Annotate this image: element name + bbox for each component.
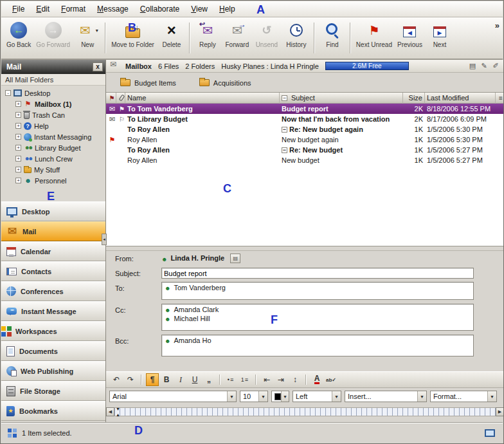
tree-expander-icon[interactable]: + (15, 178, 21, 183)
forward-button[interactable]: Forward (222, 21, 252, 48)
history-button[interactable]: History (282, 21, 311, 48)
outdent-button[interactable] (260, 373, 273, 386)
sidebar-item-mail[interactable]: Mail (1, 221, 105, 241)
tree-expander-icon[interactable]: - (5, 90, 11, 96)
tree-expander-icon[interactable]: + (15, 101, 21, 107)
brush-icon[interactable]: ✐ (491, 62, 500, 71)
indent-button[interactable] (274, 373, 287, 386)
tree-item-desktop[interactable]: -Desktop (1, 88, 105, 98)
panel-icon[interactable]: ▤ (468, 62, 477, 71)
italic-button[interactable] (174, 373, 187, 386)
tree-expander-icon[interactable]: + (15, 134, 21, 140)
scroll-right-icon[interactable] (496, 407, 504, 416)
splitter-collapse-icon[interactable] (102, 234, 107, 245)
previous-button[interactable]: Previous (395, 21, 425, 48)
tree-item-mailbox-1[interactable]: +Mailbox (1) (1, 98, 105, 109)
next-unread-button[interactable]: Next Unread (354, 21, 395, 48)
bullet-list-button[interactable] (224, 373, 237, 386)
menu-format[interactable]: Format (55, 3, 91, 15)
tree-item-instant-messaging[interactable]: +Instant Messaging (1, 131, 105, 142)
tree-expander-icon[interactable]: + (15, 167, 21, 172)
text-color-select[interactable] (271, 391, 289, 402)
line-spacing-button[interactable] (289, 373, 302, 386)
sidebar-item-contacts[interactable]: Contacts (1, 261, 105, 281)
menu-view[interactable]: View (185, 3, 213, 15)
text-color-button[interactable] (310, 373, 323, 386)
pencil-icon[interactable]: ✎ (480, 62, 489, 71)
font-family-select[interactable]: Arial (109, 391, 237, 402)
spell-check-button[interactable] (325, 373, 338, 386)
name-column-header[interactable]: Name (125, 93, 280, 104)
flag-column-header[interactable]: ⚑ (106, 93, 116, 104)
redo-button[interactable] (124, 373, 137, 386)
message-row[interactable]: To Roy Allen−Re: New budget again1K1/5/2… (106, 124, 504, 134)
sidebar-item-web-publishing[interactable]: Web Publishing (1, 361, 105, 381)
tree-item-help[interactable]: +Help (1, 120, 105, 131)
insert-select[interactable]: Insert... (345, 391, 427, 402)
tree-item-personnel[interactable]: +Personnel (1, 175, 105, 186)
folder-chip-budget-items[interactable]: Budget Items (120, 79, 176, 87)
sidebar-item-instant-message[interactable]: Instant Message (1, 301, 105, 321)
paragraph-button[interactable] (146, 373, 159, 386)
message-row[interactable]: To Library BudgetNow that I'm back from … (106, 114, 504, 124)
list-menu-icon[interactable]: ≡ (496, 93, 504, 104)
undo-button[interactable] (110, 373, 123, 386)
subject-column-header[interactable]: −Subject (280, 93, 403, 104)
scroll-left-icon[interactable] (106, 407, 114, 416)
tree-expander-icon[interactable]: + (15, 156, 21, 162)
message-row[interactable]: Roy AllenNew budget again1K1/5/2006 5:30… (106, 134, 504, 145)
collapse-all-threads-icon[interactable]: − (282, 95, 287, 101)
delete-button[interactable]: Delete (157, 21, 186, 48)
new-button[interactable]: ▾New (73, 21, 102, 48)
to-field[interactable]: Tom Vanderberg (161, 282, 474, 300)
underline-button[interactable] (188, 373, 201, 386)
folder-chip-acquisitions[interactable]: Acquisitions (199, 79, 251, 87)
sidebar-item-conferences[interactable]: Conferences (1, 281, 105, 301)
quote-button[interactable] (203, 373, 215, 386)
font-size-select[interactable]: 10 (240, 391, 268, 402)
reply-button[interactable]: Reply (193, 21, 222, 48)
tree-item-lunch-crew[interactable]: +Lunch Crew (1, 153, 105, 164)
cc-field[interactable]: Amanda ClarkMichael Hill (161, 304, 474, 331)
tree-item-library-budget[interactable]: +Library Budget (1, 142, 105, 153)
from-options-button[interactable]: ▤ (230, 254, 240, 263)
sidebar-item-workspaces[interactable]: Workspaces (1, 321, 105, 341)
menu-edit[interactable]: Edit (30, 3, 55, 15)
find-button[interactable]: Find (318, 21, 347, 48)
menu-file[interactable]: File (6, 3, 30, 15)
numbered-list-button[interactable] (239, 373, 251, 386)
thread-collapse-icon[interactable]: − (282, 147, 287, 153)
sidebar-item-desktop[interactable]: Desktop (1, 201, 105, 221)
menu-collaborate[interactable]: Collaborate (134, 3, 185, 15)
modified-column-header[interactable]: Last Modified (425, 93, 496, 104)
bcc-field[interactable]: Amanda Ho (161, 335, 474, 356)
tree-expander-icon[interactable]: + (15, 123, 21, 129)
attachment-column-header[interactable] (116, 93, 125, 104)
message-row[interactable]: To Tom VanderbergBudget report2K8/18/200… (106, 104, 504, 114)
network-status-icon[interactable] (485, 429, 495, 437)
subject-input[interactable] (161, 268, 474, 279)
sidebar-item-documents[interactable]: Documents (1, 341, 105, 361)
tree-expander-icon[interactable]: + (15, 145, 21, 151)
toolbar-overflow-chevron[interactable]: » (495, 21, 500, 30)
status-grid-icon[interactable] (8, 429, 12, 432)
tree-expander-icon[interactable]: + (15, 112, 21, 118)
tree-item-my-stuff[interactable]: +My Stuff (1, 164, 105, 175)
sidebar-item-calendar[interactable]: Calendar (1, 241, 105, 261)
ruler-track[interactable] (114, 407, 496, 416)
menu-help[interactable]: Help (213, 3, 241, 15)
tree-item-trash-can[interactable]: +Trash Can (1, 109, 105, 120)
menu-message[interactable]: Message (91, 3, 134, 15)
go-back-button[interactable]: Go Back (4, 21, 33, 48)
message-row[interactable]: Roy AllenNew budget1K1/5/2006 5:27 PM (106, 155, 504, 165)
from-field[interactable]: Linda H. Pringle ▤ (161, 252, 240, 264)
message-row[interactable]: To Roy Allen−Re: New budget1K1/5/2006 5:… (106, 145, 504, 155)
next-button[interactable]: Next (425, 21, 455, 48)
alignment-select[interactable]: Left (292, 391, 341, 402)
format-select[interactable]: Format... (430, 391, 497, 402)
sidebar-item-bookmarks[interactable]: Bookmarks (1, 401, 105, 421)
size-column-header[interactable]: Size (403, 93, 425, 104)
close-icon[interactable]: x (93, 62, 103, 71)
chevron-down-icon[interactable]: ▾ (96, 28, 98, 33)
bold-button[interactable] (160, 373, 173, 386)
